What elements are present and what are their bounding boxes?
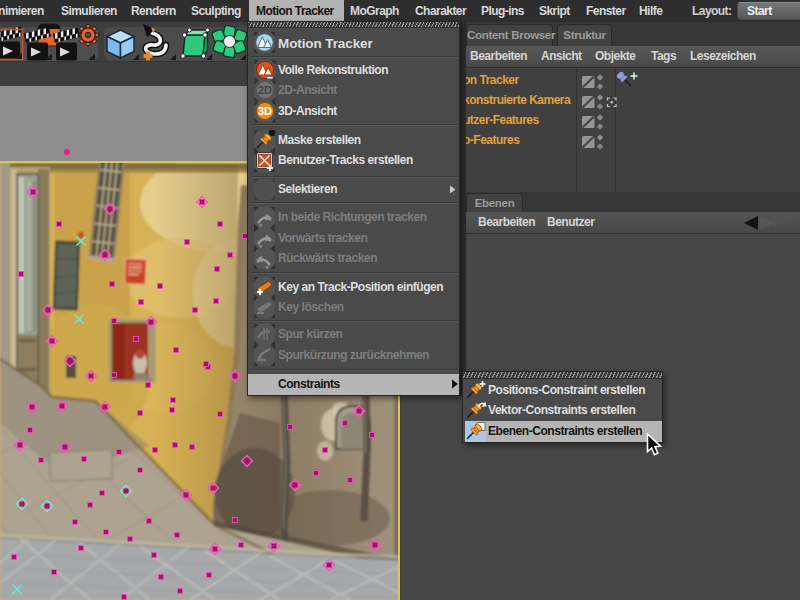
svg-text:2D: 2D bbox=[258, 84, 272, 96]
svg-text:3D: 3D bbox=[258, 105, 272, 117]
